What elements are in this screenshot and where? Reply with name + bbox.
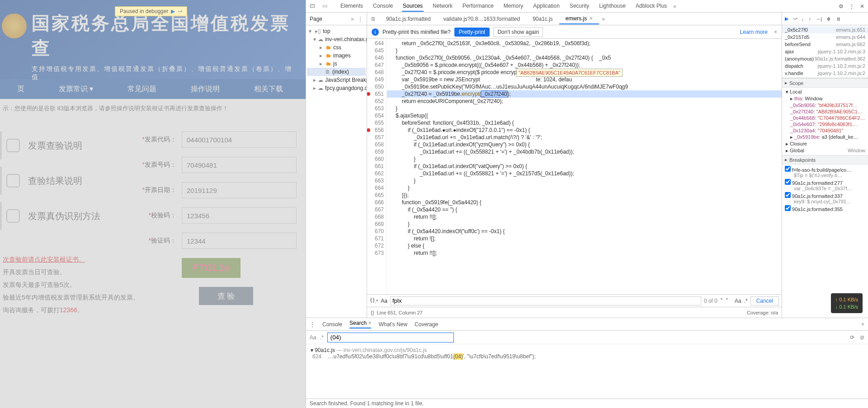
fpdm-input[interactable] [182, 131, 297, 148]
doc-icon [6, 209, 20, 223]
drawer-tab-coverage[interactable]: Coverage [415, 321, 438, 328]
main-nav: 页 发票常识 ▾ 常见问题 操作说明 相关下载 [0, 79, 306, 99]
nav-item[interactable]: 操作说明 [174, 84, 237, 94]
resume-icon[interactable]: ▶ [171, 8, 175, 14]
stack-frame[interactable]: (anonymous)90a1c.js:formatted:362 [782, 55, 868, 62]
drawer-tab-whatsnew[interactable]: What's New [378, 321, 407, 328]
more-icon[interactable]: » [351, 16, 354, 22]
stack-frame[interactable]: beforeSendemwrs.js:662 [782, 41, 868, 48]
breakpoints-header[interactable]: ▸Breakpoints [782, 155, 868, 164]
regex-icon[interactable]: {}.* [370, 297, 378, 304]
nav-item[interactable]: 常见问题 [110, 84, 174, 94]
editor-status-bar: {} Line 651, Column 27 Coverage: n/a [367, 307, 782, 318]
nav-item[interactable]: 相关下载 [237, 84, 300, 94]
sidebar-item[interactable]: 发票真伪识别方法 [0, 202, 136, 230]
resume-icon[interactable]: ▶ [785, 16, 788, 22]
step-icon[interactable]: ⤻ [178, 8, 182, 14]
tab-security[interactable]: Security [569, 1, 590, 12]
step-out-icon[interactable]: ↑ [809, 16, 811, 22]
global-search-input[interactable] [327, 333, 454, 342]
drawer-close-icon[interactable]: × [861, 321, 864, 328]
stack-frame[interactable]: v.handlejquery-1.10.2.min.js:2 [782, 70, 868, 77]
close-icon[interactable]: × [774, 29, 777, 35]
notes: 次查验前请点此安装根证书。 开具发票当日可查验。 发票每天最多可查验5次。 验最… [0, 253, 142, 316]
tree-index[interactable]: 🗎(index) [307, 68, 366, 76]
yzm-input[interactable] [182, 233, 297, 249]
search-results[interactable]: ▾ 90a1c.js — inv-veri.chinatax.gov.cn/js… [306, 344, 868, 362]
breakpoint-item[interactable]: f=fe-sso-fs:build/page/co…$Tip = $('#J-v… [784, 165, 866, 178]
deactivate-bp-icon[interactable]: ⭘̸ [826, 16, 831, 22]
captcha-image[interactable]: FTGL1e [182, 258, 241, 278]
breakpoint-item[interactable]: 90a1c.js:formatted:277var _0x4c937e = _0… [784, 178, 866, 192]
file-tab[interactable]: 90a1c.js:formatted [380, 14, 437, 24]
close-devtools-icon[interactable]: ✕ [860, 3, 864, 9]
tab-network[interactable]: Network [432, 1, 453, 12]
page-pane-label[interactable]: Page [310, 16, 322, 22]
scope-header[interactable]: ▸Scope [782, 78, 868, 88]
tab-adblock[interactable]: Adblock Plus [635, 1, 668, 12]
next-match-icon[interactable]: ˅ [726, 298, 728, 304]
stack-frame[interactable]: ajaxjquery-1.10.2.min.js:3 [782, 48, 868, 55]
step-into-icon[interactable]: ↓ [802, 16, 804, 22]
kebab-icon[interactable]: ⋮ [849, 3, 854, 9]
clear-icon[interactable]: ⊘ [860, 334, 864, 341]
tree-top[interactable]: ▾▸▯top [307, 27, 366, 35]
cert-install-link[interactable]: 次查验前请点此安装根证书。 [3, 256, 85, 263]
pretty-print-button[interactable]: Pretty-print [454, 28, 490, 37]
match-case-icon[interactable]: Aa [381, 298, 387, 304]
find-cancel-button[interactable]: Cancel [750, 296, 779, 305]
submit-button[interactable]: 查 验 [199, 287, 253, 305]
stack-frame[interactable]: _0x5c27f0emwrs.js:651 [782, 26, 868, 33]
tab-console[interactable]: Console [372, 1, 394, 12]
more-tabs-icon[interactable]: » [673, 3, 676, 9]
kprq-input[interactable] [182, 182, 297, 198]
file-tab[interactable]: 90a1c.js [526, 14, 559, 24]
tree-domain[interactable]: ▾☁inv-veri.chinatax.g [307, 35, 366, 43]
drawer-tab-search[interactable]: Search × [349, 320, 371, 328]
stack-frame[interactable]: dispatchjquery-1.10.2.min.js:2 [782, 62, 868, 70]
dont-show-button[interactable]: Don't show again [493, 27, 543, 37]
close-tab-icon[interactable]: × [590, 15, 593, 22]
pretty-print-bar: i Pretty-print this minified file? Prett… [367, 25, 782, 39]
file-tab[interactable]: emwrs.js× [559, 14, 599, 24]
drawer-tab-console[interactable]: Console [322, 321, 342, 328]
sidebar-item[interactable]: 发票查验说明 [0, 131, 136, 159]
file-tab[interactable]: validate.js?0.8…1633:formatted [437, 14, 526, 24]
kebab-icon[interactable]: ⋮ [358, 16, 363, 22]
yzm-label: *验证码： [136, 237, 176, 245]
tree-jsbp[interactable]: ▸☁JavaScript Breakpo [307, 76, 366, 84]
step-over-icon[interactable]: ⤻ [793, 16, 797, 22]
nav-item[interactable]: 页 [0, 84, 42, 94]
settings-icon[interactable]: ⚙ [839, 3, 844, 9]
pause-exc-icon[interactable]: ⏸ [836, 16, 841, 22]
tree-fpcy[interactable]: ▸☁fpcy.guangdong.c [307, 84, 366, 92]
regex-icon[interactable]: .* [320, 334, 324, 341]
find-input[interactable] [390, 296, 701, 305]
breakpoint-item[interactable]: 90a1c.js:formatted:355 [784, 205, 866, 212]
sidebar-item[interactable]: 查验结果说明 [0, 167, 136, 195]
tab-lighthouse[interactable]: Lighthouse [598, 1, 627, 12]
tree-images[interactable]: ▸🖿images [307, 52, 366, 60]
tab-elements[interactable]: Elements [340, 1, 364, 12]
tree-css[interactable]: ▸🖿css [307, 43, 366, 52]
jym-input[interactable] [182, 207, 297, 224]
stack-frame[interactable]: _0x2157d5emwrs.js:644 [782, 33, 868, 41]
breakpoint-item[interactable]: 90a1c.js:formatted:337key9: $.nnyd.cy(_0… [784, 192, 866, 205]
tab-sources[interactable]: Sources [402, 1, 424, 12]
prev-match-icon[interactable]: ˄ [720, 298, 723, 304]
nav-item[interactable]: 发票常识 ▾ [42, 84, 110, 94]
tab-memory[interactable]: Memory [503, 1, 524, 12]
device-icon[interactable]: ▭ [322, 3, 330, 10]
code-view[interactable]: 6446456466476486496506516526536546556566… [367, 39, 782, 294]
more-tabs-icon[interactable]: » [602, 16, 605, 22]
tab-application[interactable]: Application [532, 1, 561, 12]
tree-js[interactable]: ▸🖿js [307, 60, 366, 68]
step-icon[interactable]: →| [816, 16, 822, 22]
tab-performance[interactable]: Performance [462, 1, 495, 12]
fphm-input[interactable] [182, 157, 297, 173]
refresh-icon[interactable]: ⟳ [850, 334, 854, 341]
match-case-icon[interactable]: Aa [310, 334, 316, 341]
inspect-icon[interactable]: ⮹ [310, 3, 317, 10]
drawer-menu-icon[interactable]: ⋮ [310, 321, 315, 328]
learn-more-link[interactable]: Learn more [740, 29, 768, 35]
